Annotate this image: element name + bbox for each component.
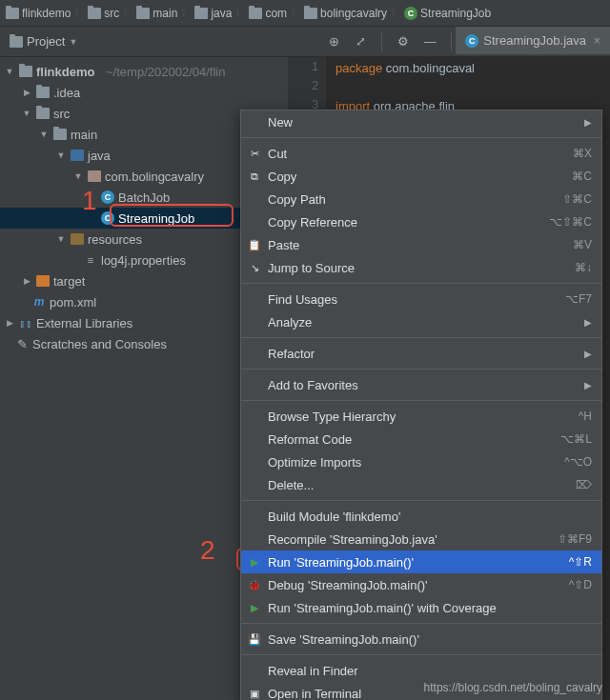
folder-icon (194, 8, 208, 19)
toolbar: Project ▼ ⊕ ⤢ ⚙ — C StreamingJob.java × (0, 27, 610, 57)
folder-icon (36, 87, 50, 98)
folder-icon (88, 8, 101, 19)
menu-copy-ref[interactable]: Copy Reference⌥⇧⌘C (241, 210, 601, 233)
cut-icon: ✂ (247, 146, 262, 161)
menu-optimize[interactable]: Optimize Imports^⌥O (241, 450, 601, 473)
play-icon: ▶ (247, 554, 262, 570)
bc-com[interactable]: com (249, 7, 287, 20)
menu-paste[interactable]: 📋Paste⌘V (241, 233, 601, 256)
menu-favorites[interactable]: Add to Favorites▶ (241, 373, 601, 396)
menu-build[interactable]: Build Module 'flinkdemo' (241, 505, 601, 528)
project-tool-button[interactable]: Project ▼ (0, 27, 87, 56)
menu-analyze[interactable]: Analyze▶ (241, 310, 601, 333)
gear-icon[interactable]: ⚙ (394, 32, 413, 51)
editor-tab-streamingjob[interactable]: C StreamingJob.java × (456, 27, 610, 56)
menu-copy-path[interactable]: Copy Path⇧⌘C (241, 188, 601, 210)
menu-new[interactable]: New▶ (241, 110, 601, 133)
menu-recompile[interactable]: Recompile 'StreamingJob.java'⇧⌘F9 (241, 528, 601, 550)
menu-reformat[interactable]: Reformat Code⌥⌘L (241, 428, 601, 450)
context-menu: New▶ ✂Cut⌘X ⧉Copy⌘C Copy Path⇧⌘C Copy Re… (240, 110, 602, 700)
menu-run[interactable]: ▶Run 'StreamingJob.main()'^⇧R (241, 550, 601, 573)
class-icon: C (465, 34, 478, 48)
menu-delete[interactable]: Delete...⌦ (241, 473, 601, 496)
code-content: package com.bolingcaval import org.apach… (288, 57, 610, 116)
target-folder-icon (36, 275, 50, 287)
bc-main[interactable]: main (136, 7, 177, 20)
coverage-icon: ▶ (247, 600, 262, 615)
menu-reveal[interactable]: Reveal in Finder (241, 659, 601, 682)
paste-icon: 📋 (247, 237, 262, 252)
menu-coverage[interactable]: ▶Run 'StreamingJob.main()' with Coverage (241, 596, 601, 619)
package-icon (88, 170, 101, 182)
jump-icon: ↘ (247, 260, 262, 275)
folder-icon (304, 8, 317, 19)
module-icon (19, 66, 32, 77)
folder-icon (36, 108, 50, 119)
maven-icon: m (32, 295, 46, 309)
breadcrumb-bar: flinkdemo〉 src〉 main〉 java〉 com〉 bolingc… (0, 0, 610, 27)
close-icon[interactable]: × (594, 34, 600, 48)
save-icon: 💾 (247, 631, 262, 647)
folder-icon (6, 8, 19, 19)
resources-folder-icon (71, 233, 84, 245)
menu-hierarchy[interactable]: Browse Type Hierarchy^H (241, 405, 601, 428)
folder-icon (136, 8, 150, 19)
chevron-down-icon: ▼ (69, 37, 77, 47)
menu-refactor[interactable]: Refactor▶ (241, 342, 601, 365)
bc-src[interactable]: src (88, 7, 119, 20)
menu-jump[interactable]: ↘Jump to Source⌘↓ (241, 256, 601, 279)
menu-save-config[interactable]: 💾Save 'StreamingJob.main()' (241, 628, 601, 650)
annotation-1: 1 (82, 186, 97, 216)
hide-icon[interactable]: — (420, 32, 439, 51)
locate-icon[interactable]: ⊕ (324, 32, 343, 51)
folder-icon (249, 8, 262, 19)
bc-root[interactable]: flinkdemo (6, 7, 71, 20)
annotation-2: 2 (200, 535, 215, 566)
tree-root[interactable]: flinkdemo ~/temp/202002/04/flin (0, 61, 288, 82)
source-folder-icon (71, 150, 84, 161)
watermark: https://blog.csdn.net/boling_cavalry (424, 681, 602, 694)
bc-java[interactable]: java (194, 7, 232, 20)
bc-boling[interactable]: bolingcavalry (304, 7, 387, 20)
tree-idea[interactable]: .idea (0, 82, 288, 103)
scratch-icon: ✎ (15, 337, 29, 350)
collapse-icon[interactable]: ⤢ (351, 32, 370, 51)
class-icon: C (404, 7, 417, 20)
class-icon: C (101, 190, 114, 204)
folder-icon (53, 129, 67, 140)
properties-icon: ≡ (84, 253, 97, 267)
menu-copy[interactable]: ⧉Copy⌘C (241, 165, 601, 188)
project-icon (10, 36, 23, 48)
class-icon: C (101, 211, 114, 225)
menu-debug[interactable]: 🐞Debug 'StreamingJob.main()'^⇧D (241, 573, 601, 596)
library-icon: ⫾⫾ (19, 316, 32, 330)
copy-icon: ⧉ (247, 169, 262, 184)
menu-cut[interactable]: ✂Cut⌘X (241, 142, 601, 165)
menu-find-usages[interactable]: Find Usages⌥F7 (241, 288, 601, 310)
bug-icon: 🐞 (247, 577, 262, 592)
terminal-icon: ▣ (247, 686, 262, 700)
bc-class[interactable]: CStreamingJob (404, 7, 491, 20)
